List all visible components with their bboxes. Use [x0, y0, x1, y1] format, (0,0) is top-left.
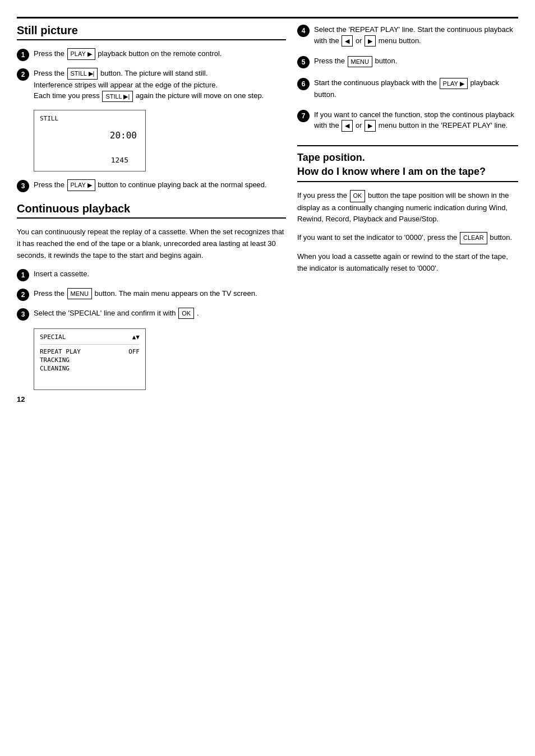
continuous-playback-section: Continuous playback You can continuously…: [17, 202, 286, 389]
step-number-3: 3: [17, 180, 29, 192]
menu-button-label-2: MENU: [348, 56, 372, 68]
still-step-1-text-before: Press the: [34, 49, 67, 58]
right-step-6: 6 Start the continuous playback with the…: [297, 77, 518, 100]
tape-section-divider: [297, 145, 518, 146]
special-screen-display: SPECIAL ▲▼ REPEAT PLAY OFF TRACKING CLEA…: [34, 328, 146, 390]
special-arrows: ▲▼: [132, 333, 140, 341]
still-step-2-text-before: Press the: [34, 69, 67, 77]
cp-step-3-text-before: Select the 'SPECIAL' line and confirm it…: [34, 309, 178, 317]
cp-step-2: 2 Press the MENU button. The main menu a…: [17, 288, 286, 301]
ok-button-label-1: OK: [178, 308, 194, 319]
still-step-3-content: Press the PLAY ▶ button to continue play…: [34, 179, 286, 191]
cp-step-3-content: Select the 'SPECIAL' line and confirm it…: [34, 308, 286, 319]
right-step-number-4: 4: [297, 25, 310, 37]
still-step-2-text-main: button. The picture will stand still.: [100, 69, 207, 77]
cp-step-1-text: Insert a cassette.: [34, 270, 89, 278]
special-label: SPECIAL: [40, 333, 66, 341]
right-step-7-content: If you want to cancel the function, stop…: [314, 109, 518, 132]
still-step-1: 1 Press the PLAY ▶ playback button on th…: [17, 48, 286, 61]
still-step-2-note3: again the picture will move on one step.: [136, 91, 264, 100]
still-step-2-note1: Interference stripes will appear at the …: [34, 81, 218, 89]
special-repeat-play-row: REPEAT PLAY OFF: [40, 348, 140, 355]
continuous-playback-intro: You can continuously repeat the replay o…: [17, 226, 286, 261]
still-step-2-note2: Each time you press: [34, 91, 102, 100]
cp-step-1: 1 Insert a cassette.: [17, 268, 286, 281]
continuous-playback-title: Continuous playback: [17, 202, 286, 219]
arrow-left-button-1: ◀: [342, 35, 353, 47]
still-screen-display: STILL 20:00 1245: [34, 110, 146, 171]
right-step-5-text-before: Press the: [314, 57, 347, 65]
ok-button-label-2: OK: [350, 190, 366, 202]
right-step-7-or: or: [356, 121, 364, 129]
tracking-label: TRACKING: [40, 356, 70, 364]
still-step-1-content: Press the PLAY ▶ playback button on the …: [34, 48, 286, 60]
arrow-right-button-1: ▶: [365, 35, 376, 47]
tracking-row: TRACKING: [40, 356, 140, 364]
tape-position-para1: If you press the OK button the tape posi…: [297, 190, 518, 225]
right-step-4: 4 Select the 'REPEAT PLAY' line. Start t…: [297, 24, 518, 47]
cleaning-row: CLEANING: [40, 365, 140, 372]
step-number-2: 2: [17, 68, 29, 81]
still-step-3-text-after: button to continue playing back at the n…: [98, 180, 266, 189]
right-step-7-end: menu button in the 'REPEAT PLAY' line.: [379, 121, 508, 129]
play-button-label-1: PLAY ▶: [67, 48, 95, 60]
tape-position-para2: If you want to set the indicator to '000…: [297, 232, 518, 244]
cp-step-3-text-after: .: [197, 309, 199, 317]
left-column: Still picture 1 Press the PLAY ▶ playbac…: [17, 24, 286, 398]
repeat-play-value: OFF: [128, 348, 140, 355]
still-step-1-text-after: playback button on the remote control.: [98, 49, 222, 58]
still-step-2: 2 Press the STILL ▶| button. The picture…: [17, 68, 286, 102]
tape-position-title1: Tape position.: [297, 152, 518, 164]
cp-step-2-text-before: Press the: [34, 289, 67, 298]
cp-step-number-2: 2: [17, 289, 29, 301]
right-step-number-5: 5: [297, 56, 310, 68]
cp-step-2-content: Press the MENU button. The main menu app…: [34, 288, 286, 300]
right-column: 4 Select the 'REPEAT PLAY' line. Start t…: [297, 24, 518, 398]
still-button-label-2: STILL ▶|: [102, 91, 133, 103]
tape-para2-before: If you want to set the indicator to '000…: [297, 233, 459, 242]
tape-position-title2: How do I know where I am on the tape?: [297, 166, 518, 182]
cleaning-label: CLEANING: [40, 365, 70, 372]
cp-step-number-3: 3: [17, 308, 29, 321]
still-step-3: 3 Press the PLAY ▶ button to continue pl…: [17, 179, 286, 192]
right-step-5: 5 Press the MENU button.: [297, 55, 518, 68]
menu-button-label-1: MENU: [67, 288, 92, 300]
right-step-number-6: 6: [297, 78, 310, 90]
cp-step-number-1: 1: [17, 269, 29, 281]
play-button-label-3: PLAY ▶: [440, 78, 468, 90]
still-step-3-text-before: Press the: [34, 180, 67, 189]
tape-para1-before: If you press the: [297, 191, 349, 200]
right-step-5-text-after: button.: [375, 57, 398, 65]
cp-step-2-text-after: button. The main menu appears on the TV …: [95, 289, 257, 298]
arrow-left-button-2: ◀: [342, 120, 353, 132]
tape-position-para3: When you load a cassette again or rewind…: [297, 251, 518, 275]
cp-step-1-content: Insert a cassette.: [34, 268, 286, 280]
right-step-5-content: Press the MENU button.: [314, 55, 518, 67]
right-step-number-7: 7: [297, 110, 310, 122]
arrow-right-button-2: ▶: [365, 120, 376, 132]
still-picture-section: Still picture 1 Press the PLAY ▶ playbac…: [17, 24, 286, 192]
right-step-4-or: or: [356, 36, 364, 45]
repeat-play-label: REPEAT PLAY: [40, 348, 81, 355]
still-step-2-content: Press the STILL ▶| button. The picture w…: [34, 68, 286, 102]
right-step-7: 7 If you want to cancel the function, st…: [297, 109, 518, 132]
still-button-label-1: STILL ▶|: [67, 68, 98, 80]
right-step-6-content: Start the continuous playback with the P…: [314, 77, 518, 100]
play-button-label-2: PLAY ▶: [67, 179, 95, 191]
clear-button-label: CLEAR: [460, 232, 487, 244]
right-step-6-text-before: Start the continuous playback with the: [314, 78, 439, 87]
screen-time-value: 20:00: [110, 130, 137, 141]
special-screen-header: SPECIAL ▲▼: [40, 333, 140, 341]
step-number-1: 1: [17, 49, 29, 61]
screen-still-label: STILL: [40, 115, 58, 122]
tape-para2-after: button.: [490, 233, 512, 242]
still-picture-title: Still picture: [17, 24, 286, 40]
right-step-4-content: Select the 'REPEAT PLAY' line. Start the…: [314, 24, 518, 47]
cp-step-3: 3 Select the 'SPECIAL' line and confirm …: [17, 308, 286, 321]
page-number: 12: [17, 395, 25, 403]
screen-number-value: 1245: [111, 156, 128, 164]
right-step-4-end: menu button.: [379, 36, 421, 45]
